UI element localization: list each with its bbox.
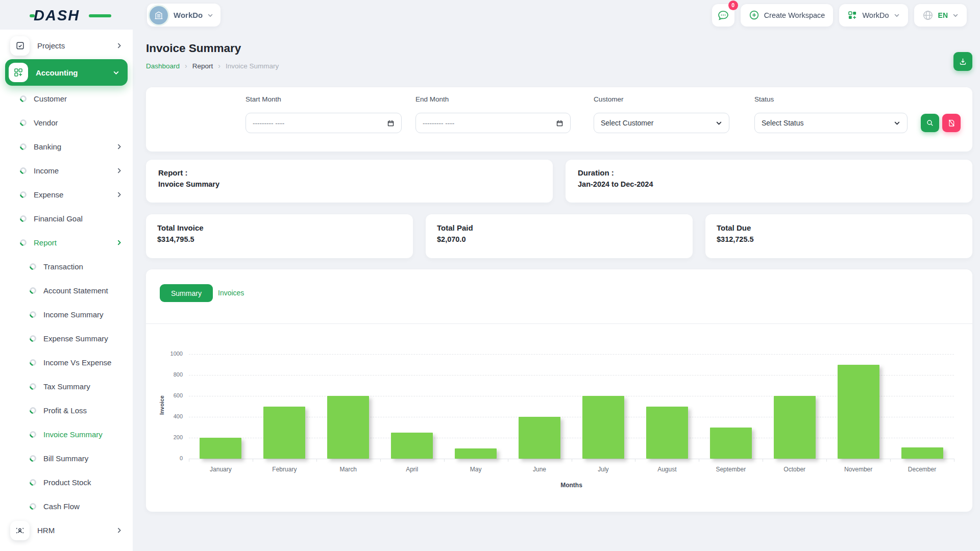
donut-icon [28,502,37,511]
download-button[interactable] [953,52,972,71]
chevron-separator-icon: › [218,62,220,70]
breadcrumb-report[interactable]: Report [192,62,213,70]
status-select[interactable]: Select Status [754,113,908,133]
customer-select[interactable]: Select Customer [594,113,729,133]
x-axis-label: March [317,466,379,473]
bar-july[interactable] [582,396,624,459]
sidebar-item-bill-summary[interactable]: Bill Summary [0,446,133,470]
y-axis-tick: 0 [146,455,183,461]
sidebar-item-income-vs-expense[interactable]: Income Vs Expense [0,350,133,374]
download-icon [959,57,967,66]
bar-october[interactable] [774,396,816,459]
bar-september[interactable] [710,428,752,459]
workspace-switcher[interactable]: WorkDo [147,4,220,27]
x-axis-tickmark [253,459,253,462]
sidebar-item-tax-summary[interactable]: Tax Summary [0,374,133,398]
x-axis-label: April [381,466,443,473]
total-paid-label: Total Paid [437,223,681,232]
header-actions: 0 Create Workspace WorkDo EN [712,4,967,27]
bar-february[interactable] [263,407,305,459]
chevron-right-icon [116,239,122,246]
workspace-name: WorkDo [174,11,203,19]
language-code: EN [938,11,948,19]
x-axis-label: November [828,466,889,473]
logo-accent-bar [89,14,111,17]
x-axis-tickmark [572,459,572,462]
chevron-right-icon [116,42,122,49]
sidebar-item-expense-summary[interactable]: Expense Summary [0,327,133,350]
x-axis-tickmark [635,459,635,462]
breadcrumb-dashboard[interactable]: Dashboard [146,62,180,70]
duration-card: Duration : Jan-2024 to Dec-2024 [566,160,972,203]
messages-button[interactable]: 0 [712,4,734,27]
donut-icon [28,358,37,367]
bar-june[interactable] [519,417,560,459]
sidebar-item-vendor[interactable]: Vendor [0,111,133,135]
bar-december[interactable] [901,447,943,459]
grid-plus-icon [847,10,857,20]
language-selector[interactable]: EN [914,4,967,27]
start-month-label: Start Month [246,95,281,103]
report-value: Invoice Summary [158,180,541,188]
bar-march[interactable] [327,396,369,459]
report-label: Report : [158,168,541,177]
total-invoice-value: $314,795.5 [157,235,402,243]
x-axis-label: October [764,466,825,473]
plus-circle-icon [749,10,760,20]
app-logo[interactable]: DASH [34,8,100,22]
sidebar-item-cash-flow[interactable]: Cash Flow [0,494,133,518]
donut-icon [18,142,28,151]
chevron-down-icon [952,12,959,18]
bar-august[interactable] [646,407,688,459]
x-axis-tickmark [380,459,381,462]
sidebar-item-hrm[interactable]: HRM [0,518,133,542]
sidebar-item-expense[interactable]: Expense [0,183,133,207]
apply-filter-button[interactable] [921,114,939,132]
sidebar-item-transaction[interactable]: Transaction [0,255,133,279]
x-axis-title: Months [189,482,954,489]
end-month-input[interactable]: --------- ---- [415,113,571,133]
bar-may[interactable] [455,448,497,459]
sidebar-item-account-statement[interactable]: Account Statement [0,279,133,303]
report-card: Report : Invoice Summary [146,160,553,203]
bar-april[interactable] [391,433,433,459]
bar-january[interactable] [200,438,241,459]
start-month-input[interactable]: --------- ---- [246,113,402,133]
donut-icon [28,406,37,415]
chevron-right-icon [116,143,122,150]
filter-panel: Start Month --------- ---- End Month ---… [146,87,972,152]
sidebar-item-financial-goal[interactable]: Financial Goal [0,207,133,231]
create-workspace-button[interactable]: Create Workspace [741,4,834,27]
donut-icon [18,190,28,199]
chevron-down-icon [113,69,119,76]
duration-value: Jan-2024 to Dec-2024 [578,180,960,188]
sidebar-item-report[interactable]: Report [0,231,133,255]
donut-icon [28,262,37,271]
sidebar-item-projects[interactable]: Projects [0,34,133,58]
report-info-row: Report : Invoice Summary Duration : Jan-… [146,160,972,203]
breadcrumb: Dashboard › Report › Invoice Summary [146,62,972,70]
building-icon [154,10,164,20]
breadcrumb-current: Invoice Summary [226,62,279,70]
total-paid-value: $2,070.0 [437,235,681,243]
x-axis-label: August [636,466,698,473]
logo-text: DASH [34,7,80,23]
sidebar-item-profit-loss[interactable]: Profit & Loss [0,398,133,422]
workdo-menu-button[interactable]: WorkDo [839,4,908,27]
sidebar-item-customer[interactable]: Customer [0,87,133,111]
bar-november[interactable] [838,365,879,459]
donut-icon [18,166,28,175]
donut-icon [18,118,28,127]
sidebar-item-accounting[interactable]: Accounting [5,59,128,86]
chat-bubble-icon [717,9,729,21]
workdo-menu-label: WorkDo [862,11,889,19]
create-workspace-label: Create Workspace [764,11,825,19]
sidebar-item-banking[interactable]: Banking [0,135,133,159]
x-axis-tickmark [954,459,954,462]
reset-filter-button[interactable] [942,114,961,132]
total-due-card: Total Due $312,725.5 [705,214,972,258]
sidebar-item-income[interactable]: Income [0,159,133,183]
sidebar-item-income-summary[interactable]: Income Summary [0,303,133,327]
sidebar-item-invoice-summary[interactable]: Invoice Summary [0,422,133,446]
sidebar-item-product-stock[interactable]: Product Stock [0,470,133,494]
